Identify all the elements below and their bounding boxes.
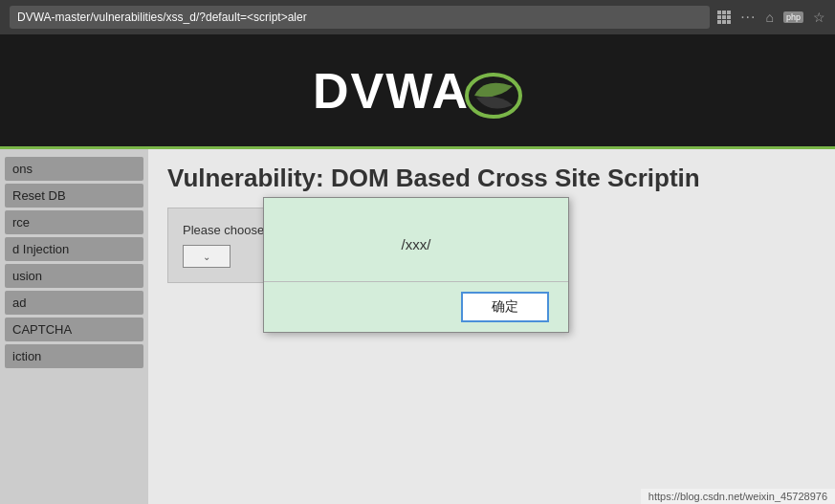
dialog-overlay: /xxx/ 确定	[148, 149, 835, 504]
browser-bar: DVWA-master/vulnerabilities/xss_d/?defau…	[0, 0, 835, 34]
sidebar-item-captcha[interactable]: CAPTCHA	[5, 318, 143, 341]
sidebar-item-usion[interactable]: usion	[5, 264, 143, 288]
sidebar-item-resetdb[interactable]: Reset DB	[5, 184, 143, 208]
dvwa-logo-ellipse	[465, 67, 522, 124]
ext-icon: php	[783, 11, 803, 23]
address-text: DVWA-master/vulnerabilities/xss_d/?defau…	[17, 11, 307, 24]
dvwa-logo-text: DVWA	[313, 62, 470, 120]
sidebar-item-ad[interactable]: ad	[5, 291, 143, 315]
star-icon[interactable]: ☆	[813, 10, 825, 25]
sidebar: ons Reset DB rce d Injection usion ad CA…	[0, 149, 148, 504]
dots-icon[interactable]: ···	[740, 9, 756, 26]
dvwa-header: DVWA	[0, 34, 835, 149]
browser-icons: ··· ⌂ php ☆	[717, 9, 825, 26]
dialog-ok-button[interactable]: 确定	[461, 292, 549, 322]
grid-icon[interactable]	[717, 11, 731, 24]
home-icon[interactable]: ⌂	[766, 10, 774, 25]
main-layout: ons Reset DB rce d Injection usion ad CA…	[0, 149, 835, 504]
dvwa-logo: DVWA	[313, 57, 522, 124]
address-bar[interactable]: DVWA-master/vulnerabilities/xss_d/?defau…	[10, 6, 710, 29]
dialog-body: /xxx/	[264, 198, 568, 281]
sidebar-item-rce[interactable]: rce	[5, 210, 143, 234]
sidebar-item-injection[interactable]: d Injection	[5, 237, 143, 261]
sidebar-item-ons[interactable]: ons	[5, 157, 143, 181]
dialog-message: /xxx/	[402, 236, 431, 252]
sidebar-item-iction[interactable]: iction	[5, 344, 143, 368]
dialog-footer: 确定	[264, 281, 568, 332]
content-area: Vulnerability: DOM Based Cross Site Scri…	[148, 149, 835, 504]
alert-dialog: /xxx/ 确定	[263, 197, 569, 333]
